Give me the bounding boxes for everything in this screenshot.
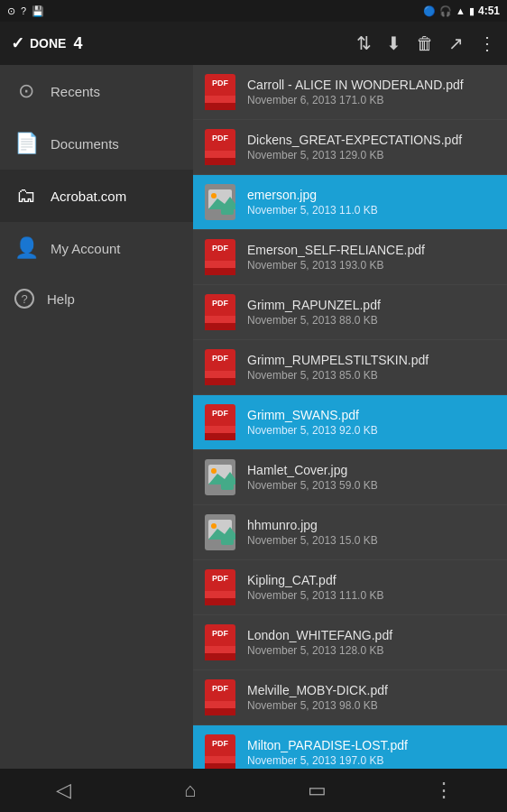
svg-point-10 [211, 193, 217, 198]
file-item[interactable]: PDF Grimm_RAPUNZEL.pdfNovember 5, 2013 8… [193, 285, 507, 340]
file-item[interactable]: emerson.jpgNovember 5, 2013 11.0 KB [193, 175, 507, 230]
svg-rect-33 [221, 481, 234, 490]
file-icon: PDF [204, 404, 236, 440]
download-icon[interactable]: ⬇ [386, 32, 401, 54]
done-button[interactable]: ✓ DONE [11, 33, 66, 53]
status-right: 🔵 🎧 ▲ ▮ 4:51 [423, 5, 500, 17]
file-meta: November 5, 2013 193.0 KB [247, 259, 496, 272]
file-name: Grimm_RAPUNZEL.pdf [247, 298, 496, 312]
file-info: Hamlet_Cover.jpgNovember 5, 2013 59.0 KB [247, 463, 496, 492]
svg-text:PDF: PDF [212, 78, 229, 88]
file-name: Kipling_CAT.pdf [247, 573, 496, 587]
svg-text:PDF: PDF [212, 684, 229, 693]
svg-rect-12 [221, 206, 234, 215]
floppy-icon: 💾 [32, 5, 44, 17]
pdf-icon: PDF [205, 404, 235, 440]
pdf-icon: PDF [205, 74, 235, 110]
file-name: Milton_PARADISE-LOST.pdf [247, 738, 496, 752]
svg-text:PDF: PDF [212, 629, 229, 638]
file-name: Grimm_SWANS.pdf [247, 408, 496, 422]
file-name: Grimm_RUMPELSTILTSKIN.pdf [247, 353, 496, 367]
svg-rect-15 [205, 261, 235, 268]
file-name: Melville_MOBY-DICK.pdf [247, 683, 496, 697]
file-name: Emerson_SELF-RELIANCE.pdf [247, 243, 496, 257]
file-icon: PDF [204, 294, 236, 330]
jpg-icon [205, 514, 235, 550]
file-icon: PDF [204, 129, 236, 165]
more-icon[interactable]: ⋮ [478, 32, 496, 54]
file-meta: November 5, 2013 129.0 KB [247, 149, 496, 161]
file-item[interactable]: PDF Melville_MOBY-DICK.pdfNovember 5, 20… [193, 670, 507, 725]
sidebar-item-acrobat[interactable]: 🗂 Acrobat.com [0, 170, 193, 222]
file-info: Dickens_GREAT-EXPECTATIONS.pdfNovember 5… [247, 133, 496, 161]
sidebar-item-account[interactable]: 👤 My Account [0, 222, 193, 274]
sidebar-item-documents[interactable]: 📄 Documents [0, 117, 193, 170]
app-icon: ⊙ [7, 5, 15, 17]
back-button[interactable]: ◁ [36, 779, 90, 802]
recents-icon: ⊙ [14, 79, 38, 103]
file-list[interactable]: PDF Carroll - ALICE IN WONDERLAND.pdfNov… [193, 65, 507, 769]
file-name: Dickens_GREAT-EXPECTATIONS.pdf [247, 133, 496, 147]
file-info: emerson.jpgNovember 5, 2013 11.0 KB [247, 188, 496, 217]
file-item[interactable]: PDF Grimm_RUMPELSTILTSKIN.pdfNovember 5,… [193, 340, 507, 395]
recents-button[interactable]: ▭ [290, 779, 344, 802]
file-item[interactable]: PDF London_WHITEFANG.pdfNovember 5, 2013… [193, 615, 507, 670]
file-info: London_WHITEFANG.pdfNovember 5, 2013 128… [247, 628, 496, 657]
svg-rect-53 [205, 756, 235, 763]
help-label: Help [47, 291, 75, 307]
file-info: Grimm_RUMPELSTILTSKIN.pdfNovember 5, 201… [247, 353, 496, 382]
svg-text:PDF: PDF [212, 299, 229, 308]
account-label: My Account [51, 241, 121, 256]
svg-rect-23 [205, 371, 235, 378]
file-info: Grimm_SWANS.pdfNovember 5, 2013 92.0 KB [247, 408, 496, 437]
export-icon[interactable]: ↗ [448, 32, 464, 54]
file-info: hhmunro.jpgNovember 5, 2013 15.0 KB [247, 518, 496, 547]
action-bar-right: ⇅ ⬇ 🗑 ↗ ⋮ [356, 32, 496, 54]
file-icon: PDF [204, 734, 236, 769]
file-icon: PDF [204, 239, 236, 275]
help-icon: ? [14, 289, 34, 309]
svg-rect-27 [205, 426, 235, 433]
question-icon: ? [21, 5, 26, 16]
file-icon [204, 514, 236, 550]
file-item[interactable]: PDF Dickens_GREAT-EXPECTATIONS.pdfNovemb… [193, 120, 507, 175]
file-item[interactable]: PDF Kipling_CAT.pdfNovember 5, 2013 111.… [193, 560, 507, 615]
account-icon: 👤 [14, 236, 38, 260]
sidebar-item-recents[interactable]: ⊙ Recents [0, 65, 193, 117]
main-content: ⊙ Recents 📄 Documents 🗂 Acrobat.com 👤 My… [0, 65, 507, 769]
pdf-icon: PDF [205, 129, 235, 165]
file-info: Grimm_RAPUNZEL.pdfNovember 5, 2013 88.0 … [247, 298, 496, 327]
home-button[interactable]: ⌂ [163, 779, 217, 802]
file-icon: PDF [204, 679, 236, 715]
file-item[interactable]: Hamlet_Cover.jpgNovember 5, 2013 59.0 KB [193, 450, 507, 505]
delete-icon[interactable]: 🗑 [416, 33, 434, 54]
file-item[interactable]: PDF Emerson_SELF-RELIANCE.pdfNovember 5,… [193, 230, 507, 285]
svg-point-36 [211, 523, 217, 529]
svg-rect-2 [205, 96, 235, 103]
file-item[interactable]: PDF Grimm_SWANS.pdfNovember 5, 2013 92.0… [193, 395, 507, 450]
file-icon: PDF [204, 569, 236, 605]
file-item[interactable]: PDF Milton_PARADISE-LOST.pdfNovember 5, … [193, 725, 507, 769]
svg-rect-6 [205, 151, 235, 158]
battery-icon: ▮ [469, 5, 475, 17]
action-bar-left: ✓ DONE 4 [11, 33, 349, 53]
file-meta: November 5, 2013 11.0 KB [247, 204, 496, 217]
file-meta: November 5, 2013 59.0 KB [247, 479, 496, 492]
pdf-icon: PDF [205, 734, 235, 769]
share-icon[interactable]: ⇅ [356, 32, 372, 54]
jpg-icon [205, 459, 235, 495]
svg-rect-41 [205, 591, 235, 598]
sidebar-item-help[interactable]: ? Help [0, 274, 193, 323]
svg-text:PDF: PDF [212, 134, 229, 143]
svg-point-31 [211, 468, 217, 474]
file-meta: November 5, 2013 88.0 KB [247, 314, 496, 327]
menu-button[interactable]: ⋮ [417, 779, 471, 802]
file-meta: November 5, 2013 128.0 KB [247, 644, 496, 657]
svg-text:PDF: PDF [212, 409, 229, 418]
file-item[interactable]: PDF Carroll - ALICE IN WONDERLAND.pdfNov… [193, 65, 507, 120]
file-info: Milton_PARADISE-LOST.pdfNovember 5, 2013… [247, 738, 496, 767]
file-meta: November 5, 2013 197.0 KB [247, 754, 496, 767]
clock: 4:51 [478, 5, 500, 17]
svg-text:PDF: PDF [212, 739, 229, 748]
file-item[interactable]: hhmunro.jpgNovember 5, 2013 15.0 KB [193, 505, 507, 560]
